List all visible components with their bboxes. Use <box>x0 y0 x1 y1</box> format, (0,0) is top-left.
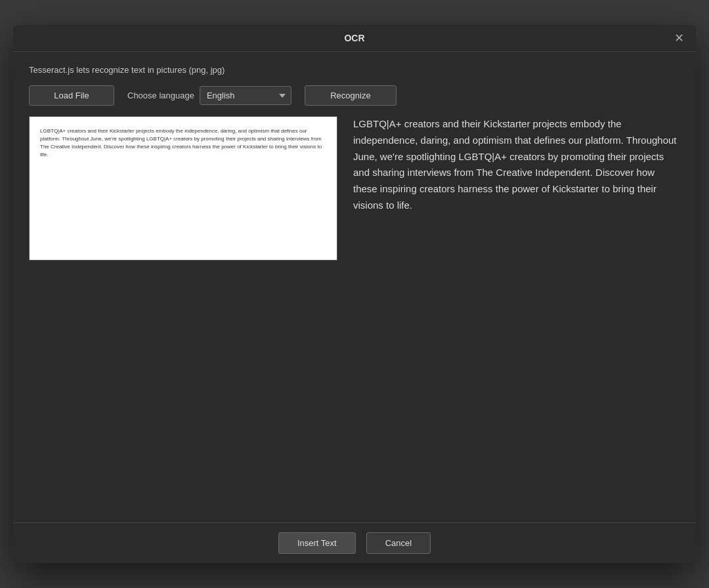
language-group: Choose language English Chinese French G… <box>127 86 291 105</box>
cancel-button[interactable]: Cancel <box>366 532 431 554</box>
insert-text-button[interactable]: Insert Text <box>278 532 356 554</box>
ocr-result: LGBTQ|A+ creators and their Kickstarter … <box>353 116 680 214</box>
recognize-button[interactable]: Recognize <box>305 85 397 106</box>
description-text: Tesseract.js lets recognize text in pict… <box>29 65 680 75</box>
preview-text: LGBTQ|A+ creators and their Kickstarter … <box>40 127 326 159</box>
footer: Insert Text Cancel <box>13 522 696 563</box>
title-bar: OCR ✕ <box>13 25 696 52</box>
language-select[interactable]: English Chinese French German Spanish <box>200 86 291 105</box>
dialog-title: OCR <box>344 33 364 43</box>
dialog-content: Tesseract.js lets recognize text in pict… <box>13 52 696 522</box>
main-area: LGBTQ|A+ creators and their Kickstarter … <box>29 116 680 509</box>
image-preview: LGBTQ|A+ creators and their Kickstarter … <box>29 116 337 261</box>
load-file-button[interactable]: Load File <box>29 85 114 106</box>
choose-language-label: Choose language <box>127 91 194 100</box>
toolbar: Load File Choose language English Chines… <box>29 85 680 106</box>
ocr-dialog: OCR ✕ Tesseract.js lets recognize text i… <box>13 25 696 563</box>
close-button[interactable]: ✕ <box>671 30 687 46</box>
